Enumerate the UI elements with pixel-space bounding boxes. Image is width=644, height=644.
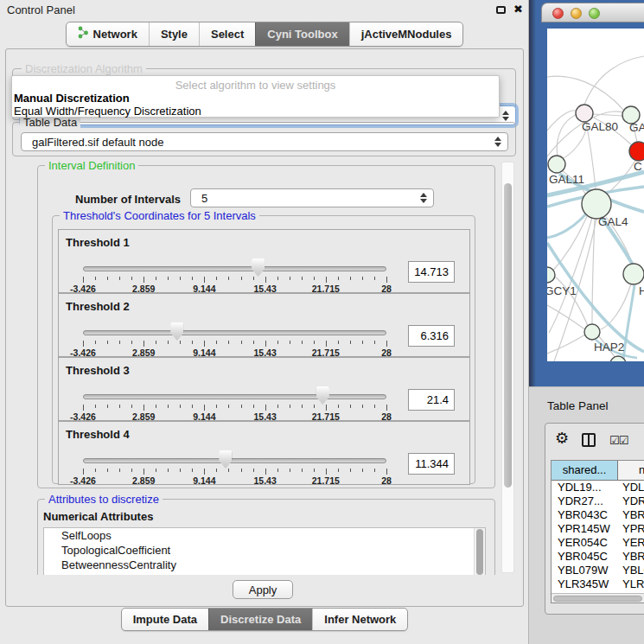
scrollbar-thumb[interactable] [553, 596, 642, 602]
network-node-hap2[interactable] [584, 324, 600, 340]
table-row[interactable]: YLR345WYLR3 [552, 577, 644, 591]
num-intervals-combobox[interactable]: 5 [190, 188, 434, 207]
tick-mark [314, 405, 315, 408]
slider-handle[interactable] [316, 386, 329, 405]
close-icon[interactable]: ✖ [513, 3, 523, 16]
threshold-value-field[interactable]: 6.316 [408, 325, 455, 347]
slider-track[interactable] [83, 330, 386, 335]
apply-button[interactable]: Apply [233, 580, 293, 599]
network-edge[interactable] [547, 335, 585, 354]
numerical-attributes-list[interactable]: SelfLoopsTopologicalCoefficientBetweenne… [43, 527, 486, 575]
cell-shared-name[interactable]: YBR043C [552, 508, 618, 522]
slider-handle[interactable] [170, 322, 183, 341]
cell-shared-name[interactable]: YDR27... [552, 494, 618, 508]
tab-cyni-toolbox[interactable]: Cyni Toolbox [255, 22, 348, 46]
minimize-traffic-light-icon[interactable] [571, 8, 582, 19]
column-header-shared-name[interactable]: shared... [552, 461, 618, 480]
network-node-gal80[interactable] [576, 105, 593, 122]
cell-shared-name[interactable]: YBL079W [552, 564, 618, 577]
attribute-item[interactable]: TopologicalCoefficient [44, 543, 485, 558]
slider-track[interactable] [83, 266, 386, 271]
tick-mark [204, 469, 205, 475]
vertical-scrollbar[interactable] [501, 162, 514, 573]
column-header-name[interactable]: na [618, 461, 644, 480]
cell-name[interactable]: YBR0 [618, 508, 644, 522]
dropdown-option-equal-width[interactable]: Equal Width/Frequency Discretization [14, 105, 201, 118]
split-view-icon[interactable] [582, 433, 596, 447]
table-row[interactable]: YBL079WYBL0 [552, 564, 644, 577]
num-intervals-value: 5 [201, 192, 207, 205]
list-scrollbar[interactable] [474, 528, 485, 575]
network-edge-highlighted[interactable] [547, 213, 587, 238]
attribute-item[interactable]: SelfLoops [44, 528, 485, 543]
slider-tick-labels: -3.4262.8599.14415.4321.71528 [83, 475, 386, 486]
threshold-value-field[interactable]: 11.344 [408, 453, 455, 475]
tab-jactivemnodules[interactable]: jActiveMNodules [349, 22, 463, 46]
network-node-h[interactable] [623, 264, 644, 284]
gear-icon[interactable]: ⚙ [555, 430, 569, 446]
table-row[interactable]: YBR045CYBR0 [552, 550, 644, 564]
cell-shared-name[interactable]: YLR345W [552, 577, 618, 591]
slider-handle[interactable] [219, 450, 232, 469]
checkbox-columns-icon[interactable]: ☑☑ [609, 434, 628, 447]
table-row[interactable]: YBR043CYBR0 [552, 508, 644, 522]
cell-name[interactable]: YDL1 [618, 481, 644, 494]
cell-name[interactable]: YLR3 [618, 577, 644, 591]
scrollbar-thumb[interactable] [476, 529, 483, 575]
network-edge[interactable] [554, 276, 588, 326]
cell-shared-name[interactable]: YER054C [552, 536, 618, 550]
network-edge[interactable] [599, 284, 631, 330]
cell-name[interactable]: YER0 [618, 536, 644, 550]
tick-mark [386, 405, 387, 411]
tick-label: 2.859 [132, 475, 155, 486]
table-data-combobox[interactable]: galFiltered.sif default node [21, 132, 508, 151]
tick-mark [374, 405, 375, 408]
cell-shared-name[interactable]: YBR045C [552, 550, 618, 564]
cell-name[interactable]: YPR1 [618, 522, 644, 536]
threshold-value-field[interactable]: 21.4 [408, 389, 455, 411]
tick-mark [277, 405, 278, 408]
cell-name[interactable]: YBR0 [618, 550, 644, 564]
attribute-item[interactable]: BetweennessCentrality [44, 558, 485, 572]
tab-network[interactable]: Network [67, 22, 149, 46]
slider-ticks [83, 341, 386, 348]
threshold-value-field[interactable]: 14.713 [408, 261, 455, 283]
table-row[interactable]: YDR27...YDR2 [552, 494, 644, 508]
dropdown-option-manual-discretization[interactable]: Manual Discretization [14, 92, 130, 105]
network-node-gal4[interactable] [582, 189, 611, 219]
tick-mark [326, 469, 327, 475]
tab-discretize-data[interactable]: Discretize Data [208, 609, 312, 630]
tab-label: Select [211, 27, 244, 41]
table-row[interactable]: YPR145WYPR1 [552, 522, 644, 536]
table-row[interactable]: YER054CYER0 [552, 536, 644, 550]
cell-name[interactable]: YDR2 [618, 494, 644, 508]
network-edge[interactable] [584, 56, 644, 105]
network-edge-highlighted[interactable] [623, 285, 634, 361]
cell-shared-name[interactable]: YPR145W [552, 522, 618, 536]
slider-track[interactable] [83, 458, 386, 463]
network-node-gal11[interactable] [548, 156, 565, 173]
network-window-titlebar[interactable] [541, 3, 644, 22]
slider-track[interactable] [83, 394, 386, 399]
threshold-panel-3: Threshold 3-3.4262.8599.14415.4321.71528… [58, 357, 470, 421]
tab-style[interactable]: Style [149, 22, 199, 46]
cell-name[interactable]: YBL0 [618, 564, 644, 577]
zoom-traffic-light-icon[interactable] [589, 8, 600, 19]
scrollbar-thumb[interactable] [504, 183, 512, 488]
network-canvas[interactable]: GAL80GACGAL11GAL4GCY1HHAP2 [547, 29, 644, 361]
horizontal-scrollbar[interactable] [552, 593, 644, 603]
network-node-c[interactable] [629, 142, 644, 161]
slider-handle[interactable] [252, 258, 265, 277]
close-traffic-light-icon[interactable] [552, 8, 564, 19]
tab-impute-data[interactable]: Impute Data [122, 609, 208, 630]
table-row[interactable]: YDL19...YDL1 [552, 481, 644, 494]
float-icon[interactable] [496, 6, 506, 14]
network-edge[interactable] [552, 214, 588, 271]
cell-shared-name[interactable]: YDL19... [552, 481, 618, 494]
table-data-group: Table Data galFiltered.sif default node [12, 122, 516, 156]
tab-select[interactable]: Select [199, 22, 255, 46]
tab-infer-network[interactable]: Infer Network [312, 609, 407, 630]
control-panel-titlebar: Control Panel ✖ [0, 0, 528, 19]
num-intervals-label: Number of Intervals [75, 193, 181, 206]
network-edge[interactable] [557, 114, 577, 158]
